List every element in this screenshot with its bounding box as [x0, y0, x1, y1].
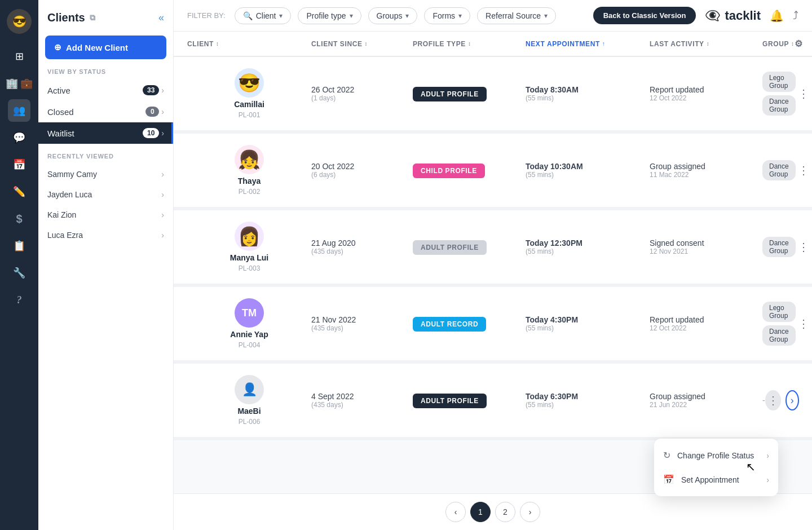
add-client-button[interactable]: ⊕ Add New Client [45, 36, 166, 59]
filter-forms-button[interactable]: Forms ▾ [424, 7, 470, 24]
more-options-button[interactable]: ⋮ [796, 238, 811, 256]
th-client[interactable]: CLIENT ↕ [187, 38, 311, 49]
brand-logo: 👁‍🗨 tacklit [705, 8, 761, 23]
group-tag: Lego Group [762, 72, 796, 92]
copy-icon: ⧉ [90, 13, 95, 23]
people-icon[interactable]: 👥 [8, 99, 30, 122]
logout-icon[interactable]: ⤴ [793, 9, 798, 22]
client-name: Manya Lui [230, 253, 268, 262]
prev-page-button[interactable]: ‹ [445, 502, 466, 522]
recently-item-2[interactable]: Kai Zion › [38, 205, 173, 225]
bell-icon[interactable]: 🔔 [770, 9, 784, 23]
filter-profile-type-button[interactable]: Profile type ▾ [298, 7, 361, 24]
more-options-button[interactable]: ⋮ [765, 390, 781, 410]
last-activity-cell: Signed consent 12 Nov 2021 [650, 238, 762, 255]
building-icon: 🏢 [6, 77, 18, 90]
group-tag: Lego Group [762, 302, 796, 322]
settings-gear-icon[interactable]: ⚙ [795, 38, 803, 49]
client-info-cell: 👧 Thaya PL-002 [187, 145, 311, 196]
last-activity-cell: Report updated 12 Oct 2022 [650, 85, 762, 102]
sidebar-collapse-button[interactable]: « [158, 12, 164, 24]
appt-duration: (55 mins) [526, 324, 650, 332]
avatar: 👩 [235, 222, 264, 251]
wrench-icon[interactable]: 🔧 [8, 262, 30, 284]
filter-referral-button[interactable]: Referral Source ▾ [477, 7, 556, 24]
th-next-appt[interactable]: NEXT APPOINTMENT ↑ [526, 38, 650, 49]
more-options-button[interactable]: ⋮ [796, 85, 811, 103]
sort-icon: ↕ [216, 41, 219, 47]
activity-date: 12 Oct 2022 [650, 324, 762, 332]
waitlist-chevron: › [161, 129, 164, 138]
th-group[interactable]: GROUP ↕ [762, 38, 795, 49]
since-days: (435 days) [311, 401, 413, 409]
sidebar-item-closed[interactable]: Closed 0 › [38, 101, 173, 122]
pencil-icon[interactable]: ✏️ [8, 180, 30, 203]
user-avatar[interactable]: 😎 [7, 9, 32, 34]
sidebar-header: Clients ⧉ « [38, 0, 173, 31]
chat-icon[interactable]: 💬 [8, 126, 30, 149]
closed-count: 0 [145, 107, 159, 117]
recently-item-0[interactable]: Sammy Camy › [38, 164, 173, 184]
recently-item-3[interactable]: Luca Ezra › [38, 225, 173, 245]
next-page-button[interactable]: › [520, 502, 540, 522]
calendar-icon[interactable]: 📅 [8, 153, 30, 176]
table-row: TM Annie Yap PL-004 21 Nov 2022 (435 day… [174, 287, 812, 364]
since-cell: 20 Oct 2022 (6 days) [311, 162, 413, 179]
activity-date: 12 Nov 2021 [650, 248, 762, 255]
next-appt-cell: Today 12:30PM (55 mins) [526, 238, 650, 255]
submenu-chevron-icon: › [766, 475, 769, 484]
profile-badge: ADULT PROFILE [413, 87, 487, 101]
recently-chevron-2: › [161, 210, 164, 219]
th-since[interactable]: CLIENT SINCE ↕ [311, 38, 413, 49]
since-cell: 21 Aug 2020 (435 days) [311, 238, 413, 255]
sidebar-item-waitlist[interactable]: Waitlist 10 › [38, 122, 173, 144]
row-actions: ⋮ › [796, 237, 812, 257]
back-classic-button[interactable]: Back to Classic Version [593, 7, 696, 24]
help-icon[interactable]: ? [8, 289, 30, 311]
context-menu: ↻ Change Profile Status › 📅 Set Appointm… [654, 439, 778, 496]
group-cell: Dance Group [762, 160, 796, 180]
client-id: PL-006 [239, 418, 261, 426]
filter-groups-button[interactable]: Groups ▾ [368, 7, 418, 24]
sidebar-title: Clients ⧉ [47, 11, 95, 24]
client-name: Annie Yap [230, 330, 268, 339]
dollar-icon[interactable]: $ [8, 207, 30, 230]
sidebar-item-active[interactable]: Active 33 › [38, 80, 173, 101]
suitcase-icon: 💼 [20, 77, 33, 90]
topbar: FILTER BY: 🔍 Client ▾ Profile type ▾ Gro… [174, 0, 812, 32]
recently-item-1[interactable]: Jayden Luca › [38, 184, 173, 205]
filter-client-button[interactable]: 🔍 Client ▾ [235, 7, 292, 24]
navigate-button[interactable]: › [785, 390, 799, 410]
list-icon[interactable]: 📋 [8, 235, 30, 257]
profile-badge: ADULT PROFILE [413, 240, 487, 255]
client-name: MaeBi [237, 407, 261, 416]
more-options-button[interactable]: ⋮ [796, 315, 811, 333]
th-last-activity[interactable]: LAST ACTIVITY ↕ [650, 38, 762, 49]
more-options-button[interactable]: ⋮ [796, 161, 811, 179]
client-name: Thaya [238, 176, 261, 186]
page-1-button[interactable]: 1 [470, 502, 491, 522]
page-2-button[interactable]: 2 [495, 502, 515, 522]
th-settings[interactable]: ⚙ [795, 38, 812, 49]
sort-icon: ↕ [365, 41, 368, 47]
chevron-down-icon: ▾ [279, 12, 283, 20]
search-icon: 🔍 [243, 11, 253, 20]
profile-badge: ADULT PROFILE [413, 394, 487, 408]
th-profile-type[interactable]: PROFILE TYPE ↕ [413, 38, 526, 49]
grid-icon[interactable]: ⊞ [8, 45, 30, 68]
table-row: 👧 Thaya PL-002 20 Oct 2022 (6 days) CHIL… [174, 134, 812, 210]
briefcase-icon[interactable]: 🏢 💼 [8, 72, 30, 95]
since-date: 20 Oct 2022 [311, 162, 413, 171]
context-set-appointment[interactable]: 📅 Set Appointment › [654, 467, 778, 492]
appt-duration: (55 mins) [526, 248, 650, 255]
recently-chevron-0: › [161, 170, 164, 179]
activity-date: 21 Jun 2022 [650, 401, 762, 409]
table-row: 👤 MaeBi PL-006 4 Sept 2022 (435 days) AD… [174, 364, 812, 440]
closed-label: Closed [47, 107, 145, 117]
activity-text: Signed consent [650, 238, 762, 248]
table-row: 👩 Manya Lui PL-003 21 Aug 2020 (435 days… [174, 210, 812, 287]
since-cell: 21 Nov 2022 (435 days) [311, 315, 413, 332]
context-change-status[interactable]: ↻ Change Profile Status › [654, 443, 778, 467]
activity-date: 11 Mac 2022 [650, 171, 762, 179]
last-activity-cell: Report updated 12 Oct 2022 [650, 315, 762, 332]
